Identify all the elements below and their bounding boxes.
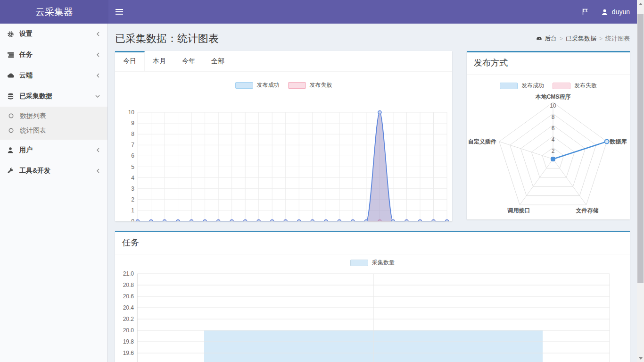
panel-title: 发布方式 bbox=[467, 52, 630, 75]
breadcrumb: 后台 > 已采集数据 > 统计图表 bbox=[536, 34, 630, 43]
legend-label: 发布成功 bbox=[521, 82, 544, 90]
scrollbar-down-button[interactable] bbox=[637, 354, 644, 362]
legend-swatch bbox=[288, 82, 306, 89]
svg-text:6: 6 bbox=[131, 152, 134, 159]
legend-item[interactable]: 发布成功 bbox=[500, 82, 544, 90]
sidebar-item-label: 用户 bbox=[19, 146, 96, 154]
content-header: 已采集数据：统计图表 后台 > 已采集数据 > 统计图表 bbox=[115, 28, 630, 49]
tab-label: 今日 bbox=[123, 57, 136, 65]
svg-text:1: 1 bbox=[131, 207, 134, 214]
breadcrumb-collected-data[interactable]: 已采集数据 bbox=[566, 34, 596, 43]
tasks-panel: 任务 采集数量 21.020.820.620.420.220.019.819.6… bbox=[115, 231, 630, 362]
sidebar-item-label: 设置 bbox=[19, 30, 96, 38]
sidebar-item-collected-data[interactable]: 已采集数据 bbox=[0, 86, 107, 107]
legend-label: 发布成功 bbox=[257, 81, 280, 89]
svg-text:5: 5 bbox=[131, 164, 134, 170]
chevron-down-icon bbox=[95, 94, 100, 99]
svg-text:20.2: 20.2 bbox=[123, 316, 134, 322]
legend-item[interactable]: 采集数量 bbox=[350, 259, 395, 267]
sidebar-item-data-list[interactable]: 数据列表 bbox=[0, 109, 107, 123]
svg-text:10: 10 bbox=[550, 102, 556, 109]
tab-today[interactable]: 今日 bbox=[115, 51, 145, 71]
legend-item[interactable]: 发布成功 bbox=[235, 81, 280, 89]
app-brand[interactable]: 云采集器 bbox=[0, 0, 108, 24]
browser-scrollbar bbox=[637, 0, 644, 362]
scroll-up-icon bbox=[639, 3, 643, 5]
legend-item[interactable]: 发布失败 bbox=[288, 81, 332, 89]
main-content: 已采集数据：统计图表 后台 > 已采集数据 > 统计图表 今日 本月 今年 全部 bbox=[108, 24, 637, 362]
sidebar-item-tools-dev[interactable]: 工具&开发 bbox=[0, 160, 107, 181]
svg-text:本地CMS程序: 本地CMS程序 bbox=[535, 93, 571, 100]
svg-text:0: 0 bbox=[131, 218, 134, 221]
breadcrumb-label: 已采集数据 bbox=[566, 34, 596, 43]
svg-text:自定义插件: 自定义插件 bbox=[468, 138, 496, 145]
legend-label: 采集数量 bbox=[372, 259, 395, 267]
navbar-spacer bbox=[130, 0, 581, 24]
publish-radar-chart[interactable]: 246810本地CMS程序数据库文件存储调用接口自定义插件 bbox=[467, 92, 629, 219]
tab-this-year[interactable]: 今年 bbox=[174, 51, 203, 71]
chevron-left-icon bbox=[96, 73, 100, 78]
publish-method-panel: 发布方式 发布成功发布失败 246810本地CMS程序数据库文件存储调用接口自定… bbox=[467, 51, 630, 219]
charts-row: 今日 本月 今年 全部 发布成功发布失败 0123456789101点2点3点4… bbox=[115, 51, 630, 221]
svg-text:数据库: 数据库 bbox=[609, 138, 627, 145]
dashboard-icon bbox=[536, 36, 542, 42]
wrench-icon bbox=[7, 168, 19, 174]
breadcrumb-current: 统计图表 bbox=[605, 34, 630, 43]
svg-text:8: 8 bbox=[131, 131, 134, 137]
svg-text:20.8: 20.8 bbox=[123, 282, 134, 288]
sidebar-item-users[interactable]: 用户 bbox=[0, 140, 107, 160]
scrollbar-thumb[interactable] bbox=[637, 14, 644, 283]
bar-chart-legend: 采集数量 bbox=[115, 259, 630, 267]
tab-label: 全部 bbox=[211, 57, 224, 65]
scrollbar-up-button[interactable] bbox=[637, 0, 644, 8]
legend-swatch bbox=[500, 83, 518, 89]
chevron-left-icon bbox=[96, 31, 100, 37]
user-icon bbox=[7, 147, 19, 153]
svg-text:文件存储: 文件存储 bbox=[576, 207, 599, 214]
cloud-icon bbox=[7, 72, 19, 79]
sidebar-item-stats-chart[interactable]: 统计图表 bbox=[0, 123, 107, 138]
sidebar-item-settings[interactable]: 设置 bbox=[0, 24, 107, 44]
svg-text:10: 10 bbox=[128, 109, 134, 116]
flag-icon[interactable] bbox=[581, 8, 589, 16]
tab-label: 今年 bbox=[182, 57, 195, 65]
radar-chart-legend: 发布成功发布失败 bbox=[467, 82, 630, 90]
sidebar-item-label: 已采集数据 bbox=[19, 92, 95, 101]
legend-swatch bbox=[553, 83, 570, 89]
tasks-icon bbox=[7, 51, 19, 59]
chevron-left-icon bbox=[96, 147, 100, 153]
breadcrumb-label: 后台 bbox=[545, 34, 557, 43]
svg-text:2: 2 bbox=[131, 196, 134, 203]
panel-title: 任务 bbox=[115, 232, 630, 254]
tasks-bar-chart[interactable]: 21.020.820.620.420.220.019.819.619.4 bbox=[123, 271, 621, 362]
sidebar-item-label: 云端 bbox=[19, 71, 96, 80]
hourly-chart-panel: 今日 本月 今年 全部 发布成功发布失败 0123456789101点2点3点4… bbox=[115, 51, 452, 221]
chevron-left-icon bbox=[96, 52, 100, 58]
legend-item[interactable]: 发布失败 bbox=[553, 82, 597, 90]
sidebar: 设置 任务 云端 已采集数据 数据列表 统计图表 bbox=[0, 24, 108, 362]
sidebar-subitem-label: 数据列表 bbox=[20, 112, 46, 120]
breadcrumb-separator: > bbox=[560, 35, 563, 42]
database-icon bbox=[7, 93, 19, 100]
legend-swatch bbox=[350, 260, 368, 266]
svg-text:21.0: 21.0 bbox=[123, 271, 134, 277]
svg-text:调用接口: 调用接口 bbox=[507, 207, 530, 214]
user-name: duyun bbox=[612, 8, 630, 16]
hourly-line-chart[interactable]: 0123456789101点2点3点4点5点6点7点8点9点10点11点12点1… bbox=[119, 107, 449, 221]
sidebar-toggle-button[interactable] bbox=[108, 0, 130, 24]
sidebar-item-label: 工具&开发 bbox=[19, 167, 96, 175]
svg-text:9: 9 bbox=[131, 120, 134, 126]
tab-label: 本月 bbox=[153, 57, 166, 65]
svg-text:4: 4 bbox=[552, 136, 555, 143]
sidebar-item-cloud[interactable]: 云端 bbox=[0, 65, 107, 86]
period-tabs: 今日 本月 今年 全部 bbox=[115, 51, 452, 72]
sidebar-item-tasks[interactable]: 任务 bbox=[0, 44, 107, 65]
tab-all[interactable]: 全部 bbox=[203, 51, 232, 71]
tab-this-month[interactable]: 本月 bbox=[145, 51, 174, 71]
breadcrumb-home[interactable]: 后台 bbox=[536, 34, 557, 43]
breadcrumb-separator: > bbox=[599, 35, 603, 42]
circle-icon bbox=[8, 128, 20, 133]
user-menu[interactable]: duyun bbox=[601, 8, 630, 16]
svg-text:2: 2 bbox=[552, 148, 555, 154]
page-title: 已采集数据：统计图表 bbox=[115, 32, 219, 46]
